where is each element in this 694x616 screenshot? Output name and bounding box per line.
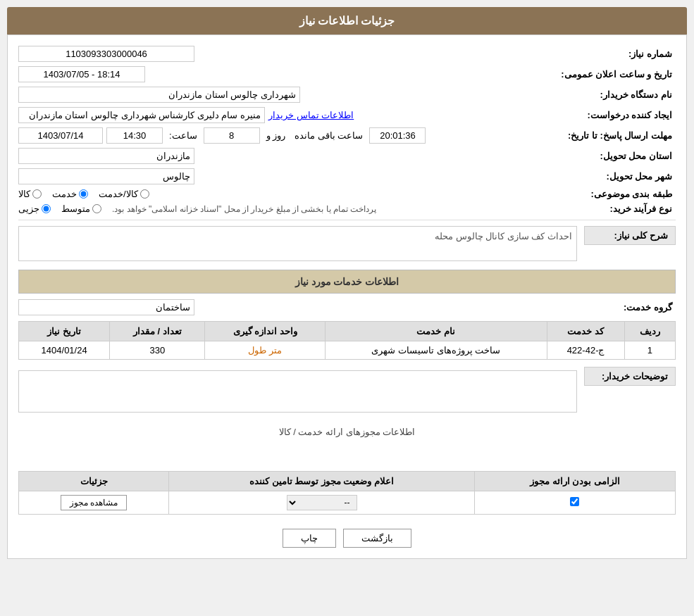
procurement-note: پرداخت تمام یا بخشی از مبلغ خریدار از مح… bbox=[112, 204, 376, 214]
procurement-motavaset-label: متوسط bbox=[61, 203, 90, 214]
deadline-remaining: 20:01:36 bbox=[369, 127, 426, 144]
radio-khedmat[interactable] bbox=[79, 189, 88, 199]
cell-row: 1 bbox=[624, 341, 675, 360]
deadline-label: مهلت ارسال پاسخ: تا تاریخ: bbox=[568, 130, 672, 141]
buyer-desc-box bbox=[18, 370, 577, 413]
bottom-buttons: بازگشت چاپ bbox=[18, 529, 676, 548]
deadline-days: 8 bbox=[204, 127, 260, 144]
radio-kala-khedmat[interactable] bbox=[140, 189, 149, 199]
cell-measure: متر طول bbox=[205, 341, 325, 360]
col-name: نام خدمت bbox=[325, 322, 547, 341]
divider-1 bbox=[18, 220, 676, 220]
col-required: الزامی بودن ارائه مجوز bbox=[474, 472, 675, 491]
creator-value: منیره سام دلیری کارشناس شهرداری چالوس اس… bbox=[18, 107, 265, 123]
province-value: مازندران bbox=[18, 148, 194, 164]
tender-number-label: شماره نیاز: bbox=[588, 49, 672, 59]
city-label: شهر محل تحویل: bbox=[588, 171, 672, 182]
license-required bbox=[474, 491, 675, 515]
license-details: مشاهده مجوز bbox=[19, 491, 169, 515]
deadline-remaining-label: ساعت باقی مانده bbox=[295, 130, 363, 141]
category-kala: کالا bbox=[18, 189, 42, 199]
procurement-jozei: جزیی bbox=[18, 203, 51, 214]
cell-count: 330 bbox=[110, 341, 205, 360]
deadline-days-label: روز و bbox=[266, 130, 286, 141]
buyer-name-value: شهرداری چالوس استان مازندران bbox=[18, 87, 300, 103]
category-kala-label: کالا bbox=[18, 189, 30, 199]
announce-date-label: تاریخ و ساعت اعلان عمومی: bbox=[561, 69, 672, 80]
province-label: استان محل تحویل: bbox=[588, 151, 672, 161]
back-button[interactable]: بازگشت bbox=[343, 529, 411, 548]
print-button[interactable]: چاپ bbox=[283, 529, 336, 548]
procurement-radio-group: متوسط جزیی bbox=[18, 203, 101, 214]
col-measure: واحد اندازه گیری bbox=[205, 322, 325, 341]
cell-name: ساخت پروژه‌های تاسیسات شهری bbox=[325, 341, 547, 360]
services-table: ردیف کد خدمت نام خدمت واحد اندازه گیری ت… bbox=[18, 321, 676, 360]
show-license-button[interactable]: مشاهده مجوز bbox=[61, 495, 127, 510]
service-group-value: ساختمان bbox=[18, 299, 194, 315]
procurement-label: نوع فرآیند خرید: bbox=[588, 203, 672, 214]
page-header: جزئیات اطلاعات نیاز bbox=[7, 7, 687, 34]
services-section-header: اطلاعات خدمات مورد نیاز bbox=[18, 270, 676, 294]
radio-kala[interactable] bbox=[32, 189, 42, 199]
col-code: کد خدمت bbox=[547, 322, 624, 341]
radio-motavaset[interactable] bbox=[92, 204, 101, 213]
license-section-title: اطلاعات مجوزهای ارائه خدمت / کالا bbox=[18, 427, 676, 437]
category-kala-khedmat-label: کالا/خدمت bbox=[99, 189, 138, 199]
creator-label: ایجاد کننده درخواست: bbox=[587, 110, 672, 120]
deadline-time: 14:30 bbox=[106, 127, 163, 144]
announce-date-value: 1403/07/05 - 18:14 bbox=[18, 66, 145, 82]
category-khedmat: خدمت bbox=[52, 189, 88, 199]
category-label: طبقه بندی موضوعی: bbox=[588, 189, 672, 199]
cell-code: ج-42-422 bbox=[547, 341, 624, 360]
buyer-name-label: نام دستگاه خریدار: bbox=[588, 89, 672, 100]
col-row: ردیف bbox=[624, 322, 675, 341]
category-radio-group: کالا/خدمت خدمت کالا bbox=[18, 189, 149, 199]
deadline-time-label: ساعت: bbox=[169, 130, 197, 141]
tender-number-value: 1103093303000046 bbox=[18, 46, 194, 62]
col-count: تعداد / مقدار bbox=[110, 322, 205, 341]
cell-date: 1404/01/24 bbox=[19, 341, 110, 360]
deadline-date: 1403/07/14 bbox=[18, 127, 103, 144]
table-row: 1 ج-42-422 ساخت پروژه‌های تاسیسات شهری م… bbox=[19, 341, 676, 360]
service-group-label: گروه خدمت: bbox=[588, 302, 672, 313]
col-status: اعلام وضعیت مجوز توسط تامین کننده bbox=[169, 472, 474, 491]
col-details: جزئیات bbox=[19, 472, 169, 491]
buyer-desc-label: توضیحات خریدار: bbox=[584, 367, 676, 386]
category-khedmat-label: خدمت bbox=[52, 189, 77, 199]
page-title: جزئیات اطلاعات نیاز bbox=[299, 15, 395, 27]
contact-link[interactable]: اطلاعات تماس خریدار bbox=[268, 110, 354, 120]
required-checkbox[interactable] bbox=[570, 497, 579, 506]
license-section: اطلاعات مجوزهای ارائه خدمت / کالا الزامی… bbox=[18, 427, 676, 515]
status-select[interactable]: -- bbox=[287, 495, 357, 510]
city-value: چالوس bbox=[18, 168, 194, 184]
procurement-motavaset: متوسط bbox=[61, 203, 101, 214]
col-date: تاریخ نیاز bbox=[19, 322, 110, 341]
description-section-title: شرح کلی نیاز: bbox=[584, 226, 676, 245]
procurement-jozei-label: جزیی bbox=[18, 203, 39, 214]
license-table-row: -- مشاهده مجوز bbox=[19, 491, 676, 515]
description-value: احداث کف سازی کانال چالوس محله bbox=[18, 226, 577, 261]
license-status: -- bbox=[169, 491, 474, 515]
category-kala-khedmat: کالا/خدمت bbox=[99, 189, 149, 199]
radio-jozei[interactable] bbox=[42, 204, 51, 213]
license-table: الزامی بودن ارائه مجوز اعلام وضعیت مجوز … bbox=[18, 471, 676, 515]
